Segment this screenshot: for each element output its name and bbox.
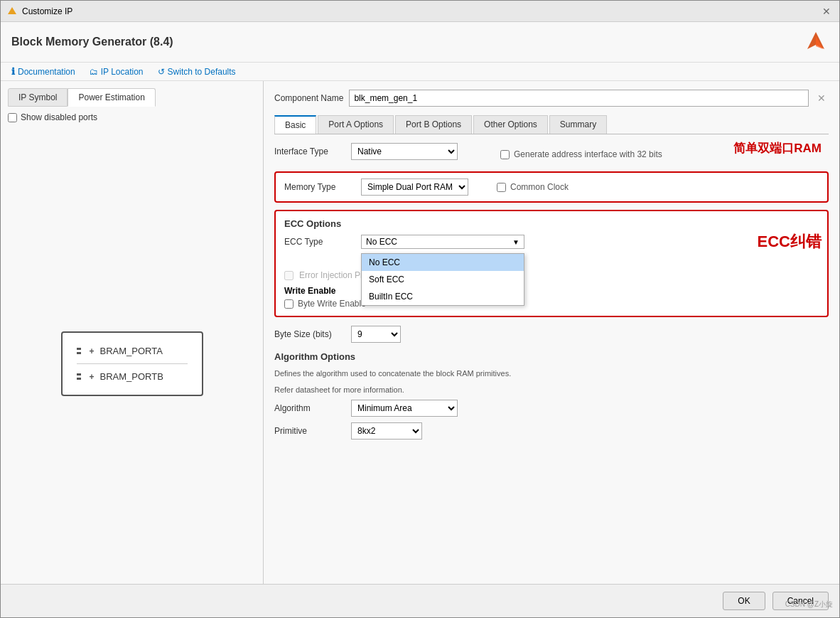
ecc-area: ECC Options ECC Type No ECC ▼ No ECC Sof… — [274, 210, 829, 317]
interface-type-field: Interface Type Native — [274, 143, 458, 160]
tab-basic[interactable]: Basic — [274, 115, 316, 134]
ecc-type-value: No ECC — [366, 237, 397, 247]
plus-icon-b: + — [90, 372, 95, 382]
generate-address-row: Generate address interface with 32 bits — [500, 149, 662, 159]
generate-address-label: Generate address interface with 32 bits — [514, 149, 662, 159]
switch-defaults-button[interactable]: ↺ Switch to Defaults — [158, 67, 236, 77]
byte-write-enable-checkbox[interactable] — [284, 299, 294, 309]
algorithm-section: Algorithm Options Defines the algorithm … — [274, 351, 829, 439]
info-icon: ℹ — [11, 66, 15, 77]
app-icon — [6, 6, 18, 17]
app-title: Block Memory Generator (8.4) — [11, 36, 173, 48]
component-name-input[interactable] — [349, 90, 809, 107]
bram-portb-label: BRAM_PORTB — [100, 371, 163, 382]
tab-power-estimation[interactable]: Power Estimation — [68, 88, 155, 107]
tab-port-b[interactable]: Port B Options — [395, 115, 472, 134]
app-header: Block Memory Generator (8.4) — [1, 22, 839, 63]
title-bar: Customize IP ✕ — [1, 1, 839, 22]
memory-type-select[interactable]: Simple Dual Port RAM Single Port RAM Tru… — [361, 179, 468, 196]
watermark: CSDN @Z小旋 — [785, 600, 833, 609]
toolbar: ℹ Documentation 🗂 IP Location ↺ Switch t… — [1, 63, 839, 81]
common-clock-checkbox[interactable] — [497, 183, 506, 192]
memory-type-label: Memory Type — [284, 182, 355, 192]
algorithm-desc2: Refer datasheet for more information. — [274, 384, 829, 396]
main-content: IP Symbol Power Estimation Show disabled… — [1, 81, 839, 584]
tab-other-options[interactable]: Other Options — [473, 115, 548, 134]
memory-type-field: Memory Type Simple Dual Port RAM Single … — [284, 179, 468, 196]
byte-size-select[interactable]: 9 8 — [351, 326, 401, 343]
ip-location-label: IP Location — [101, 67, 144, 77]
ecc-option-no-ecc[interactable]: No ECC — [362, 254, 524, 271]
vivado-logo — [803, 29, 829, 55]
tab-ip-symbol[interactable]: IP Symbol — [8, 88, 68, 107]
show-disabled-label: Show disabled ports — [21, 112, 97, 122]
common-clock-row: Common Clock — [497, 182, 569, 192]
show-disabled-row: Show disabled ports — [8, 112, 256, 122]
byte-write-enable-label: Byte Write Enable — [298, 299, 366, 309]
ecc-section-title: ECC Options — [284, 218, 819, 229]
bottom-bar: OK Cancel — [1, 584, 839, 617]
ecc-type-label: ECC Type — [284, 237, 355, 247]
ecc-dropdown-list: No ECC Soft ECC BuiltIn ECC — [361, 253, 524, 306]
common-clock-label: Common Clock — [510, 182, 569, 192]
tab-summary[interactable]: Summary — [549, 115, 607, 134]
algorithm-label: Algorithm — [274, 403, 345, 413]
component-name-row: Component Name ✕ — [274, 90, 829, 107]
memory-type-box: Memory Type Simple Dual Port RAM Single … — [274, 171, 829, 203]
byte-size-label: Byte Size (bits) — [274, 329, 345, 339]
ecc-type-row: ECC Type No ECC ▼ No ECC Soft ECC BuiltI… — [284, 235, 819, 249]
bram-symbol: + BRAM_PORTA + BRAM_PORTB — [61, 331, 203, 396]
primitive-select[interactable]: 8kx2 16kx1 — [351, 422, 422, 439]
dropdown-arrow-icon: ▼ — [512, 238, 519, 246]
folder-icon: 🗂 — [90, 67, 98, 77]
primitive-row: Primitive 8kx2 16kx1 — [274, 422, 829, 439]
bram-portb-row: + BRAM_PORTB — [77, 367, 188, 386]
interface-area: Interface Type Native Generate address i… — [274, 143, 829, 203]
documentation-label: Documentation — [18, 67, 75, 77]
component-name-label: Component Name — [274, 93, 343, 103]
right-panel: Component Name ✕ Basic Port A Options Po… — [264, 81, 839, 584]
ecc-option-soft-ecc[interactable]: Soft ECC — [362, 271, 524, 288]
generate-address-checkbox[interactable] — [500, 150, 510, 159]
algorithm-desc1: Defines the algorithm used to concatenat… — [274, 368, 829, 380]
config-tabs: Basic Port A Options Port B Options Othe… — [274, 115, 829, 134]
ecc-section-box: ECC Options ECC Type No ECC ▼ No ECC Sof… — [274, 210, 829, 317]
ip-location-button[interactable]: 🗂 IP Location — [90, 67, 144, 77]
ecc-option-builtin-ecc[interactable]: BuiltIn ECC — [362, 288, 524, 305]
error-injection-checkbox — [284, 271, 294, 280]
left-panel: IP Symbol Power Estimation Show disabled… — [1, 81, 264, 584]
clear-name-button[interactable]: ✕ — [814, 91, 829, 105]
porta-lines — [77, 348, 81, 354]
tab-port-a[interactable]: Port A Options — [318, 115, 394, 134]
close-button[interactable]: ✕ — [819, 4, 834, 18]
ok-button[interactable]: OK — [723, 592, 765, 610]
svg-marker-0 — [8, 7, 16, 14]
byte-size-row: Byte Size (bits) 9 8 — [274, 326, 829, 343]
primitive-label: Primitive — [274, 426, 345, 436]
show-disabled-checkbox[interactable] — [8, 113, 17, 122]
annotation-ecc: ECC纠错 — [758, 231, 822, 252]
bram-porta-row: + BRAM_PORTA — [77, 341, 188, 361]
portb-lines — [77, 373, 81, 380]
annotation-simple-dual: 简单双端口RAM — [733, 140, 822, 156]
svg-marker-2 — [816, 36, 823, 49]
algorithm-row: Algorithm Minimum Area Low Power Fixed P… — [274, 400, 829, 417]
ecc-type-dropdown-container: No ECC ▼ No ECC Soft ECC BuiltIn ECC — [361, 235, 524, 249]
bram-porta-label: BRAM_PORTA — [100, 346, 163, 356]
left-tabs: IP Symbol Power Estimation — [8, 88, 256, 107]
algorithm-select[interactable]: Minimum Area Low Power Fixed Primitives — [351, 400, 458, 417]
algorithm-section-title: Algorithm Options — [274, 351, 829, 362]
plus-icon-a: + — [90, 346, 95, 356]
documentation-button[interactable]: ℹ Documentation — [11, 66, 75, 77]
refresh-icon: ↺ — [158, 67, 165, 77]
window-title: Customize IP — [22, 6, 72, 16]
interface-type-select[interactable]: Native — [351, 143, 458, 160]
switch-defaults-label: Switch to Defaults — [168, 67, 236, 77]
symbol-area: + BRAM_PORTA + BRAM_PORTB — [8, 122, 256, 577]
interface-type-label: Interface Type — [274, 146, 345, 156]
window: Customize IP ✕ Block Memory Generator (8… — [0, 0, 840, 618]
ecc-type-select[interactable]: No ECC ▼ — [361, 235, 524, 249]
